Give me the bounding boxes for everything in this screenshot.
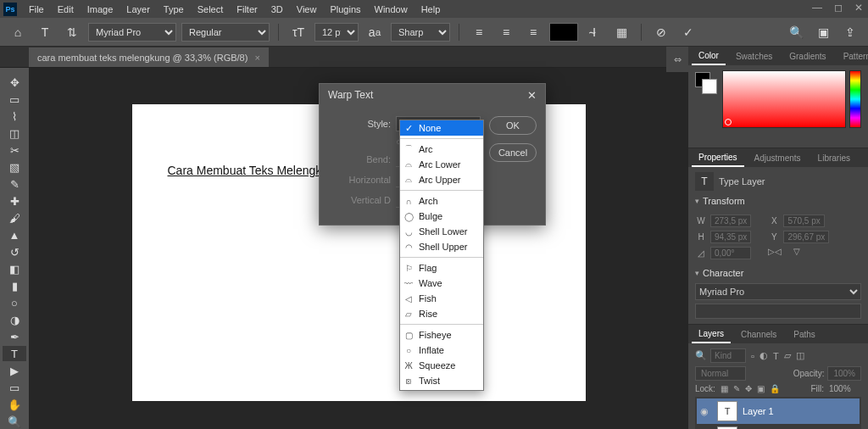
style-option-wave[interactable]: 〰Wave: [400, 276, 483, 291]
y-value[interactable]: 296,67 px: [783, 231, 829, 243]
close-icon[interactable]: ✕: [854, 2, 863, 14]
type-tool[interactable]: T: [3, 346, 26, 361]
tool-preset-icon[interactable]: T: [34, 21, 56, 43]
align-left-icon[interactable]: ≡: [468, 21, 490, 43]
workspace-icon[interactable]: ▣: [812, 21, 834, 43]
tab-adjustments[interactable]: Adjustments: [748, 150, 808, 166]
menu-image[interactable]: Image: [81, 0, 120, 18]
layer-search-input[interactable]: [710, 348, 746, 363]
pen-tool[interactable]: ✒: [3, 329, 26, 344]
history-brush-tool[interactable]: ↺: [3, 244, 26, 259]
frame-tool[interactable]: ▧: [3, 159, 26, 175]
align-right-icon[interactable]: ≡: [522, 21, 544, 43]
antialias-select[interactable]: Sharp: [391, 23, 450, 42]
style-option-shell-upper[interactable]: ◠Shell Upper: [400, 239, 483, 254]
lock-trans-icon[interactable]: ▦: [721, 384, 728, 393]
lock-image-icon[interactable]: ✎: [733, 384, 740, 393]
angle-value[interactable]: 0,00°: [710, 247, 751, 259]
flip-v-icon[interactable]: ▽: [793, 247, 800, 256]
eraser-tool[interactable]: ◧: [3, 261, 26, 276]
menu-file[interactable]: File: [22, 0, 51, 18]
warp-text-icon[interactable]: I̴: [583, 21, 605, 43]
menu-edit[interactable]: Edit: [51, 0, 81, 18]
tab-channels[interactable]: Channels: [734, 326, 783, 343]
dialog-close-icon[interactable]: ✕: [527, 89, 537, 102]
share-icon[interactable]: ⇪: [839, 21, 861, 43]
lock-all-icon[interactable]: 🔒: [770, 384, 780, 393]
menu-filter[interactable]: Filter: [230, 0, 264, 18]
healing-tool[interactable]: ✚: [3, 193, 26, 209]
hue-slider[interactable]: [849, 70, 861, 128]
canvas-text-layer[interactable]: Cara Membuat Teks Melengkung: [168, 164, 342, 177]
hand-tool[interactable]: ✋: [3, 397, 26, 412]
fg-bg-swatch[interactable]: [695, 72, 719, 99]
zoom-tool[interactable]: 🔍: [3, 414, 26, 429]
tab-color[interactable]: Color: [692, 47, 726, 65]
filter-adjust-icon[interactable]: ◐: [760, 350, 768, 361]
stamp-tool[interactable]: ▲: [3, 227, 26, 242]
visibility-icon[interactable]: ◉: [700, 406, 712, 417]
blend-mode-select[interactable]: Normal: [695, 366, 746, 381]
restore-icon[interactable]: ◻: [834, 2, 843, 14]
dock-collapse-icon[interactable]: ⇔: [666, 47, 688, 72]
flip-h-icon[interactable]: ▷◁: [768, 247, 782, 256]
tab-close-icon[interactable]: ×: [254, 53, 259, 63]
style-option-twist[interactable]: ⦻Twist: [400, 373, 483, 388]
style-option-shell-lower[interactable]: ◡Shell Lower: [400, 224, 483, 239]
char-style-select[interactable]: [695, 304, 861, 319]
menu-view[interactable]: View: [290, 0, 324, 18]
move-tool[interactable]: ✥: [3, 75, 26, 90]
object-select-tool[interactable]: ◫: [3, 125, 26, 141]
menu-window[interactable]: Window: [368, 0, 415, 18]
filter-icon[interactable]: 🔍: [695, 350, 707, 361]
filter-shape-icon[interactable]: ▱: [784, 350, 791, 361]
gradient-tool[interactable]: ▮: [3, 278, 26, 293]
minimize-icon[interactable]: —: [812, 2, 822, 14]
filter-type-icon[interactable]: T: [773, 351, 779, 361]
character-panel-icon[interactable]: ▦: [610, 21, 632, 43]
menu-plugins[interactable]: Plugins: [323, 0, 367, 18]
layer-row[interactable]: ◉ T Layer 1: [697, 398, 860, 424]
style-option-arc-upper[interactable]: ⌓Arc Upper: [400, 172, 483, 187]
search-icon[interactable]: 🔍: [785, 21, 807, 43]
style-option-arch[interactable]: ∩Arch: [400, 193, 483, 209]
opacity-value[interactable]: 100%: [827, 366, 861, 381]
menu-3d[interactable]: 3D: [264, 0, 290, 18]
style-option-arc-lower[interactable]: ⌓Arc Lower: [400, 157, 483, 172]
home-icon[interactable]: ⌂: [7, 21, 29, 43]
menu-select[interactable]: Select: [191, 0, 231, 18]
font-weight-select[interactable]: Regular: [181, 23, 270, 42]
style-option-bulge[interactable]: ◯Bulge: [400, 209, 483, 224]
blur-tool[interactable]: ○: [3, 295, 26, 310]
menu-type[interactable]: Type: [157, 0, 191, 18]
shape-tool[interactable]: ▭: [3, 380, 26, 395]
lock-pos-icon[interactable]: ✥: [745, 384, 752, 393]
style-option-rise[interactable]: ▱Rise: [400, 306, 483, 321]
tab-gradients[interactable]: Gradients: [782, 48, 832, 64]
dodge-tool[interactable]: ◑: [3, 312, 26, 327]
menu-help[interactable]: Help: [415, 0, 448, 18]
tab-layers[interactable]: Layers: [692, 326, 731, 343]
font-size-select[interactable]: 12 pt: [314, 23, 359, 42]
layer-name[interactable]: Layer 1: [743, 406, 774, 416]
style-option-none[interactable]: ✓None: [400, 120, 483, 136]
color-field[interactable]: [722, 70, 846, 128]
cancel-icon[interactable]: ⊘: [650, 21, 672, 43]
tab-properties[interactable]: Properties: [692, 149, 744, 167]
document-tab[interactable]: cara membuat teks melengkung @ 33,3% (RG…: [29, 47, 269, 67]
orientation-icon[interactable]: ⇅: [61, 21, 83, 43]
filter-smart-icon[interactable]: ◫: [796, 350, 804, 361]
menu-layer[interactable]: Layer: [120, 0, 157, 18]
tab-paths[interactable]: Paths: [787, 326, 822, 343]
path-select-tool[interactable]: ▶: [3, 363, 26, 378]
text-color-swatch[interactable]: [549, 23, 578, 42]
commit-icon[interactable]: ✓: [677, 21, 699, 43]
style-option-squeeze[interactable]: ЖSqueeze: [400, 358, 483, 373]
cancel-button[interactable]: Cancel: [489, 143, 537, 162]
h-value[interactable]: 94,35 px: [710, 231, 751, 243]
fill-value[interactable]: 100%: [829, 384, 861, 393]
lock-nest-icon[interactable]: ▣: [757, 384, 765, 393]
x-value[interactable]: 570,5 px: [783, 214, 824, 227]
character-section[interactable]: Character: [695, 268, 861, 278]
font-family-select[interactable]: Myriad Pro: [88, 23, 176, 42]
